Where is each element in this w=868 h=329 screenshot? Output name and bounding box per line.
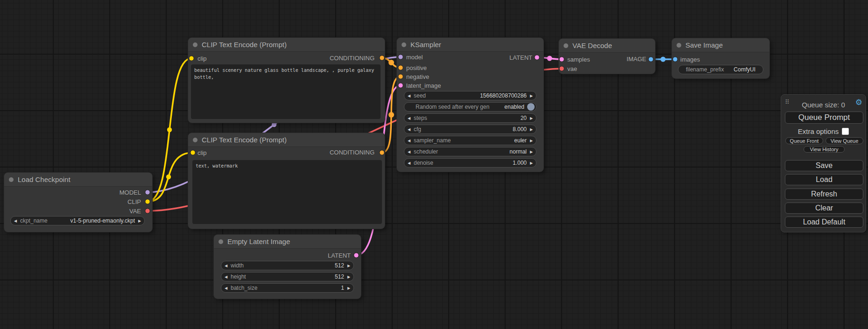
increment-arrow-icon[interactable]: ▶ xyxy=(527,139,536,143)
decrement-arrow-icon[interactable]: ◀ xyxy=(221,275,231,279)
node-title-bar[interactable]: KSampler xyxy=(397,38,543,52)
collapse-dot-icon[interactable] xyxy=(677,43,681,48)
increment-arrow-icon[interactable]: ▶ xyxy=(344,264,353,268)
link-dot xyxy=(388,60,394,65)
collapse-dot-icon[interactable] xyxy=(9,177,14,182)
cfg-widget[interactable]: ◀ cfg 8.000 ▶ xyxy=(404,125,536,134)
decrement-arrow-icon[interactable]: ◀ xyxy=(221,286,231,290)
view-queue-button[interactable]: View Queue xyxy=(826,137,863,144)
increment-arrow-icon[interactable]: ▶ xyxy=(344,286,353,290)
extra-options-checkbox[interactable] xyxy=(842,128,849,135)
widget-label: scheduler xyxy=(414,148,438,155)
positive-prompt-textarea[interactable]: beautiful scenery nature glass bottle la… xyxy=(191,64,381,119)
input-label-vae: vae xyxy=(567,65,577,72)
steps-widget[interactable]: ◀ steps 20 ▶ xyxy=(404,113,536,123)
widget-label: denoise xyxy=(414,160,433,166)
link-dot xyxy=(167,127,172,132)
input-label-clip: clip xyxy=(198,149,207,156)
widget-value: 512 xyxy=(335,273,344,280)
input-label-images: images xyxy=(680,56,700,63)
node-load-checkpoint[interactable]: Load Checkpoint MODEL CLIP VAE ◀ ckpt_na… xyxy=(4,173,152,232)
increment-arrow-icon[interactable]: ▶ xyxy=(527,116,536,120)
input-label-latent-image: latent_image xyxy=(406,82,441,89)
batch-size-widget[interactable]: ◀ batch_size 1 ▶ xyxy=(221,283,354,293)
random-seed-toggle-widget[interactable]: Random seed after every gen enabled xyxy=(404,102,536,112)
widget-value: 1 xyxy=(341,285,344,291)
extra-options-row: Extra options xyxy=(781,127,866,135)
node-graph-canvas[interactable]: Load Checkpoint MODEL CLIP VAE ◀ ckpt_na… xyxy=(0,0,868,329)
node-title-bar[interactable]: VAE Decode xyxy=(559,39,655,53)
decrement-arrow-icon[interactable]: ◀ xyxy=(404,116,414,120)
node-save-image[interactable]: Save Image images filename_prefix ComfyU… xyxy=(672,38,769,78)
increment-arrow-icon[interactable]: ▶ xyxy=(527,127,536,132)
node-empty-latent-image[interactable]: Empty Latent Image LATENT ◀ width 512 ▶ … xyxy=(214,235,361,299)
collapse-dot-icon[interactable] xyxy=(193,42,198,47)
decrement-arrow-icon[interactable]: ◀ xyxy=(404,127,414,132)
negative-prompt-textarea[interactable]: text, watermark xyxy=(192,160,382,224)
scheduler-widget[interactable]: ◀ scheduler normal ▶ xyxy=(404,147,536,156)
widget-value: enabled xyxy=(504,104,524,110)
input-label-samples: samples xyxy=(567,56,590,63)
refresh-button[interactable]: Refresh xyxy=(785,189,863,200)
decrement-arrow-icon[interactable]: ◀ xyxy=(404,161,414,165)
widget-value: normal xyxy=(509,148,527,155)
output-label-latent: LATENT xyxy=(328,252,351,259)
settings-gear-icon[interactable]: ⚙ xyxy=(855,98,862,106)
collapse-dot-icon[interactable] xyxy=(564,43,568,48)
node-title: KSampler xyxy=(410,41,441,49)
view-history-button[interactable]: View History xyxy=(804,146,845,153)
button-label: View History xyxy=(810,147,839,152)
collapse-dot-icon[interactable] xyxy=(193,138,198,142)
collapse-dot-icon[interactable] xyxy=(219,239,223,244)
button-label: Queue Front xyxy=(790,138,819,144)
increment-arrow-icon[interactable]: ▶ xyxy=(135,219,144,223)
height-widget[interactable]: ◀ height 512 ▶ xyxy=(221,272,354,281)
collapse-dot-icon[interactable] xyxy=(402,42,406,47)
clear-button[interactable]: Clear xyxy=(785,203,863,214)
decrement-arrow-icon[interactable]: ◀ xyxy=(404,139,414,143)
load-button[interactable]: Load xyxy=(785,174,863,185)
increment-arrow-icon[interactable]: ▶ xyxy=(344,275,353,279)
output-label-vae: VAE xyxy=(129,208,141,215)
ckpt-name-widget[interactable]: ◀ ckpt_name v1-5-pruned-emaonly.ckpt ▶ xyxy=(10,216,145,225)
decrement-arrow-icon[interactable]: ◀ xyxy=(221,264,231,268)
load-default-button[interactable]: Load Default xyxy=(785,217,863,228)
node-clip-text-encode-negative[interactable]: CLIP Text Encode (Prompt) clip CONDITION… xyxy=(188,133,385,229)
node-title-bar[interactable]: CLIP Text Encode (Prompt) xyxy=(188,133,385,147)
output-label-model: MODEL xyxy=(120,189,141,196)
node-title: Save Image xyxy=(685,41,723,49)
output-label-clip: CLIP xyxy=(127,198,141,205)
queue-front-button[interactable]: Queue Front xyxy=(785,137,823,144)
denoise-widget[interactable]: ◀ denoise 1.000 ▶ xyxy=(404,158,536,168)
widget-value: 8.000 xyxy=(513,126,527,133)
save-button[interactable]: Save xyxy=(785,160,863,171)
decrement-arrow-icon[interactable]: ◀ xyxy=(404,94,414,98)
node-title-bar[interactable]: CLIP Text Encode (Prompt) xyxy=(188,38,385,52)
widget-value: ComfyUI xyxy=(734,66,763,73)
node-title-bar[interactable]: Save Image xyxy=(672,38,769,52)
button-label: Save xyxy=(816,161,833,170)
widget-value: euler xyxy=(514,137,527,144)
node-title-bar[interactable]: Empty Latent Image xyxy=(214,235,361,249)
node-title-bar[interactable]: Load Checkpoint xyxy=(4,173,152,187)
widget-value: 1.000 xyxy=(513,160,527,166)
filename-prefix-widget[interactable]: filename_prefix ComfyUI xyxy=(678,65,763,74)
widget-label: filename_prefix xyxy=(678,66,724,73)
button-label: Queue Prompt xyxy=(798,113,850,122)
increment-arrow-icon[interactable]: ▶ xyxy=(527,94,536,98)
decrement-arrow-icon[interactable]: ◀ xyxy=(404,150,414,154)
extra-options-label: Extra options xyxy=(798,127,839,135)
width-widget[interactable]: ◀ width 512 ▶ xyxy=(221,261,354,270)
node-clip-text-encode-positive[interactable]: CLIP Text Encode (Prompt) clip CONDITION… xyxy=(188,38,385,123)
node-vae-decode[interactable]: VAE Decode samples vae IMAGE xyxy=(559,39,655,74)
widget-value: 20 xyxy=(521,115,527,121)
input-label-positive: positive xyxy=(406,64,427,71)
queue-prompt-button[interactable]: Queue Prompt xyxy=(785,112,863,124)
increment-arrow-icon[interactable]: ▶ xyxy=(527,150,536,154)
toggle-knob[interactable] xyxy=(527,103,535,111)
decrement-arrow-icon[interactable]: ◀ xyxy=(11,219,20,223)
sampler-name-widget[interactable]: ◀ sampler_name euler ▶ xyxy=(404,136,536,145)
node-ksampler[interactable]: KSampler model positive negative latent_… xyxy=(397,38,543,172)
seed-widget[interactable]: ◀ seed 156680208700286 ▶ xyxy=(404,91,536,100)
increment-arrow-icon[interactable]: ▶ xyxy=(527,161,536,165)
